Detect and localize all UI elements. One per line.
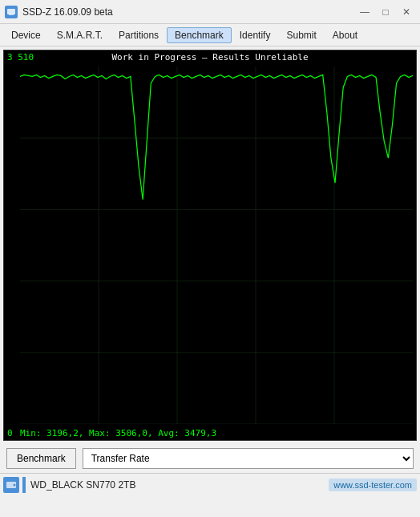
benchmark-button[interactable]: Benchmark — [6, 448, 76, 469]
menu-item-device[interactable]: Device — [3, 27, 49, 43]
menu-item-identify[interactable]: Identify — [232, 27, 279, 43]
close-button[interactable]: ✕ — [398, 3, 415, 21]
maximize-button[interactable]: □ — [377, 3, 394, 21]
title-bar: SSD-Z 16.09.09 beta — □ ✕ — [0, 0, 420, 24]
drive-indicator — [22, 477, 26, 493]
app-icon — [5, 6, 18, 18]
svg-rect-1 — [9, 14, 14, 15]
svg-rect-0 — [7, 9, 15, 14]
transfer-rate-select[interactable]: Transfer RateReadWriteSequential — [83, 448, 414, 469]
window-title: SSD-Z 16.09.09 beta — [22, 6, 113, 18]
drive-name: WD_BLACK SN770 2TB — [30, 479, 329, 491]
svg-point-12 — [14, 483, 16, 486]
minimize-button[interactable]: — — [356, 3, 374, 21]
chart-y-min: 0 — [7, 428, 13, 438]
menu-item-benchmark[interactable]: Benchmark — [167, 27, 232, 43]
menu-item-partitions[interactable]: Partitions — [111, 27, 167, 43]
chart-title: Work in Progress – Results Unreliable — [111, 52, 308, 63]
menu-item-about[interactable]: About — [325, 27, 365, 43]
chart-y-max: 3 510 — [7, 52, 34, 63]
title-left: SSD-Z 16.09.09 beta — [5, 6, 113, 18]
chart-container: 3 510 Work in Progress – Results Unrelia… — [3, 50, 417, 441]
bottom-bar: Benchmark Transfer RateReadWriteSequenti… — [0, 444, 420, 473]
menu-bar: DeviceS.M.A.R.T.PartitionsBenchmarkIdent… — [0, 24, 420, 46]
website-label: www.ssd-tester.com — [329, 479, 417, 491]
menu-item-submit[interactable]: Submit — [278, 27, 324, 43]
window-controls: — □ ✕ — [356, 3, 415, 21]
status-bar: WD_BLACK SN770 2TB www.ssd-tester.com — [0, 473, 420, 495]
chart-stats: Min: 3196,2, Max: 3506,0, Avg: 3479,3 — [20, 428, 216, 438]
benchmark-chart — [20, 67, 413, 424]
menu-item-smart[interactable]: S.M.A.R.T. — [49, 27, 111, 43]
drive-icon — [3, 477, 19, 493]
